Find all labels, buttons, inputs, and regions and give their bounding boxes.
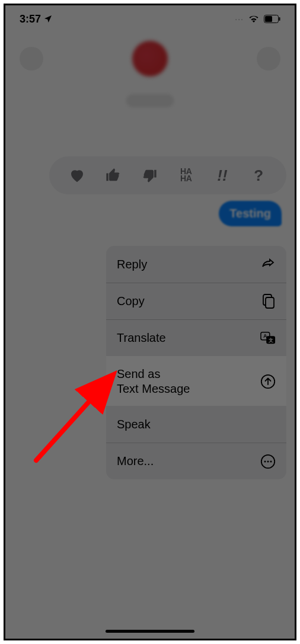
svg-line-15 bbox=[36, 377, 111, 460]
context-menu: Reply Copy Translate A文 Send as Text Mes… bbox=[106, 246, 286, 479]
battery-icon bbox=[264, 15, 280, 23]
tapback-thumbs-up[interactable] bbox=[101, 164, 125, 187]
svg-rect-1 bbox=[265, 16, 272, 22]
menu-translate-label: Translate bbox=[117, 331, 166, 345]
status-bar: 3:57 ··· bbox=[5, 5, 295, 33]
menu-translate[interactable]: Translate A文 bbox=[106, 319, 286, 356]
speak-icon bbox=[260, 417, 276, 432]
svg-rect-2 bbox=[279, 17, 280, 21]
menu-send-as-text[interactable]: Send as Text Message bbox=[106, 356, 286, 406]
message-text: Testing bbox=[229, 207, 271, 220]
svg-rect-4 bbox=[266, 297, 274, 308]
menu-more[interactable]: More... bbox=[106, 443, 286, 479]
tapback-exclaim[interactable]: !! bbox=[210, 164, 234, 187]
tapback-heart[interactable] bbox=[65, 164, 89, 187]
wifi-icon bbox=[248, 15, 259, 23]
svg-point-13 bbox=[270, 460, 272, 462]
menu-copy-label: Copy bbox=[117, 294, 145, 309]
video-call-button[interactable] bbox=[257, 47, 280, 71]
menu-copy[interactable]: Copy bbox=[106, 283, 286, 319]
tapback-thumbs-down[interactable] bbox=[138, 164, 161, 187]
location-icon bbox=[43, 14, 53, 24]
svg-point-12 bbox=[267, 460, 269, 462]
back-button[interactable] bbox=[20, 47, 43, 71]
tapback-question[interactable]: ? bbox=[247, 164, 270, 187]
svg-text:文: 文 bbox=[268, 337, 273, 343]
menu-speak-label: Speak bbox=[117, 417, 151, 432]
contact-avatar[interactable] bbox=[132, 41, 168, 76]
home-indicator[interactable] bbox=[106, 630, 194, 633]
menu-speak[interactable]: Speak bbox=[106, 406, 286, 443]
status-time: 3:57 bbox=[20, 13, 41, 25]
reply-icon bbox=[260, 257, 276, 272]
tapback-bar: HAHA !! ? bbox=[49, 156, 286, 194]
more-icon bbox=[260, 454, 276, 469]
menu-reply-label: Reply bbox=[117, 257, 147, 272]
conversation-header bbox=[5, 41, 295, 142]
svg-point-11 bbox=[264, 460, 266, 462]
menu-more-label: More... bbox=[117, 454, 154, 469]
menu-send-as-text-label: Send as Text Message bbox=[117, 367, 190, 396]
cellular-icon: ··· bbox=[235, 14, 244, 24]
message-bubble[interactable]: Testing bbox=[219, 201, 282, 226]
menu-reply[interactable]: Reply bbox=[106, 246, 286, 283]
send-up-icon bbox=[260, 374, 276, 389]
tapback-haha[interactable]: HAHA bbox=[174, 164, 198, 187]
contact-name[interactable] bbox=[126, 94, 174, 107]
copy-icon bbox=[260, 294, 276, 309]
translate-icon: A文 bbox=[260, 331, 276, 346]
